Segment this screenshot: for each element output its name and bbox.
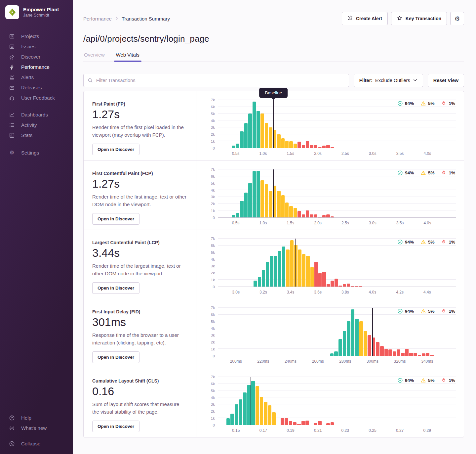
settings-gear-button[interactable]: ⚙ xyxy=(450,12,464,25)
poor-percent-badge: 1% xyxy=(441,378,455,383)
histogram-bar xyxy=(257,111,260,148)
histogram-bar xyxy=(298,142,301,148)
histogram-bar xyxy=(331,422,334,425)
sidebar-item-performance[interactable]: Performance xyxy=(0,62,73,72)
histogram-bar xyxy=(347,284,350,287)
histogram-bar xyxy=(226,418,230,425)
histogram-bar xyxy=(426,353,430,356)
vital-row: First Paint (FP) 1.27s Render time of th… xyxy=(84,91,464,160)
sidebar-item-discover[interactable]: Discover xyxy=(0,52,73,62)
reset-view-button[interactable]: Reset View xyxy=(428,74,464,87)
vital-summary-card: First Input Delay (FID) 301ms Response t… xyxy=(84,299,196,368)
baseline-marker xyxy=(273,100,274,148)
histogram-plot: 94% 5% 1% xyxy=(218,239,456,287)
open-in-discover-button[interactable]: Open in Discover xyxy=(92,282,139,294)
histogram-bar xyxy=(314,262,318,287)
vital-name: Cumulative Layout Shift (CLS) xyxy=(92,378,187,384)
vital-status-badges: 94% 5% 1% xyxy=(397,378,455,383)
open-in-discover-button[interactable]: Open in Discover xyxy=(92,351,139,363)
vital-histogram: 01k2k3k4k5k6k7k 94% 5% 1% xyxy=(196,299,464,368)
histogram-plot: 94% 5% 1% xyxy=(218,377,456,425)
x-axis-labels: 3.0s3.2s3.4s3.6s3.8s4.0s4.2s4.4s xyxy=(218,287,456,299)
histogram-bar xyxy=(314,423,317,425)
good-percent-badge: 94% xyxy=(397,308,414,314)
tab-web-vitals[interactable]: Web Vitals xyxy=(115,52,140,62)
histogram-bar xyxy=(368,335,371,356)
vital-summary-card: Largest Contentful Paint (LCP) 3.44s Ren… xyxy=(84,230,196,299)
histogram-bar xyxy=(318,273,322,287)
fire-icon xyxy=(441,378,447,383)
sidebar-item-stats[interactable]: Stats xyxy=(0,130,73,140)
open-in-discover-button[interactable]: Open in Discover xyxy=(92,213,139,225)
vital-status-badges: 94% 5% 1% xyxy=(397,239,455,245)
breadcrumb-performance-link[interactable]: Performance xyxy=(83,16,112,22)
sidebar-item-projects[interactable]: Projects xyxy=(0,31,73,41)
tabs: Overview Web Vitals xyxy=(83,52,464,62)
histogram-bar xyxy=(327,284,330,287)
histogram-bar xyxy=(244,193,248,217)
histogram-bar xyxy=(232,215,235,217)
search-input[interactable] xyxy=(83,74,349,87)
fire-icon xyxy=(441,239,447,245)
histogram-bar xyxy=(230,414,234,425)
histogram-bar xyxy=(248,114,252,148)
open-in-discover-button[interactable]: Open in Discover xyxy=(92,421,139,432)
poor-percent-badge: 1% xyxy=(441,308,455,314)
meh-percent-badge: 5% xyxy=(420,239,435,245)
histogram-bar xyxy=(297,424,301,425)
tab-overview[interactable]: Overview xyxy=(83,52,105,62)
histogram-bar xyxy=(285,418,288,425)
web-vitals-panel: First Paint (FP) 1.27s Render time of th… xyxy=(83,91,464,437)
histogram-bar xyxy=(286,250,289,287)
histogram-bar xyxy=(326,145,330,148)
histogram-bar xyxy=(355,286,358,287)
histogram-bar xyxy=(232,146,235,148)
histogram-bar xyxy=(260,114,264,148)
histogram-bar xyxy=(302,145,305,148)
warning-triangle-icon xyxy=(420,239,426,245)
sidebar-item-help[interactable]: Help xyxy=(0,413,73,423)
org-switcher[interactable]: Empower Plant Jane Schmidt xyxy=(0,0,73,21)
filter-dropdown[interactable]: Filter: Exclude Outliers xyxy=(354,74,423,87)
releases-icon xyxy=(9,84,15,91)
sidebar-item-alerts[interactable]: Alerts xyxy=(0,72,73,82)
warning-triangle-icon xyxy=(420,170,426,176)
baseline-marker xyxy=(372,308,373,356)
sidebar-item-activity[interactable]: Activity xyxy=(0,120,73,130)
vital-row: First Contentful Paint (FCP) 1.27s Rende… xyxy=(84,160,464,230)
sidebar-item-user-feedback[interactable]: User Feedback xyxy=(0,93,73,103)
sidebar-item-what-s-new[interactable]: What's new xyxy=(0,423,73,433)
sidebar-item-dashboards[interactable]: Dashboards xyxy=(0,110,73,120)
histogram-bar xyxy=(281,138,285,148)
create-alert-button[interactable]: Create Alert xyxy=(342,12,388,25)
sidebar-item-issues[interactable]: Issues xyxy=(0,41,73,52)
histogram-bar xyxy=(240,131,243,148)
histogram-bar xyxy=(330,353,334,356)
y-axis: 01k2k3k4k5k6k7k xyxy=(205,100,218,148)
vital-summary-card: Cumulative Layout Shift (CLS) 0.16 Sum o… xyxy=(84,368,196,437)
open-in-discover-button[interactable]: Open in Discover xyxy=(92,144,139,155)
breadcrumb-current: Transaction Summary xyxy=(122,16,170,22)
histogram-bar xyxy=(278,251,281,287)
poor-percent-badge: 1% xyxy=(441,101,455,106)
histogram-bar xyxy=(294,245,298,287)
key-transaction-button[interactable]: Key Transaction xyxy=(391,12,447,25)
sidebar-item-settings[interactable]: ⚙Settings xyxy=(0,148,73,158)
histogram-plot: 94% 5% 1% Baseline xyxy=(218,100,456,148)
sidebar-item-collapse[interactable]: Collapse xyxy=(0,438,73,449)
sidebar-item-releases[interactable]: Releases xyxy=(0,82,73,93)
histogram-bar xyxy=(253,171,256,217)
histogram-bar xyxy=(281,195,285,217)
histogram-bar xyxy=(289,141,293,148)
histogram-plot: 94% 5% 1% xyxy=(218,169,456,218)
histogram-bar xyxy=(322,146,326,148)
histogram-bar xyxy=(376,342,379,356)
histogram-bar xyxy=(282,247,285,287)
histogram-bar xyxy=(289,206,293,217)
vital-value: 1.27s xyxy=(92,177,187,190)
vital-summary-card: First Contentful Paint (FCP) 1.27s Rende… xyxy=(84,161,196,230)
histogram-bar xyxy=(254,281,257,287)
org-name: Empower Plant xyxy=(23,7,59,13)
histogram-bar xyxy=(359,321,363,356)
histogram-bar xyxy=(347,321,350,356)
